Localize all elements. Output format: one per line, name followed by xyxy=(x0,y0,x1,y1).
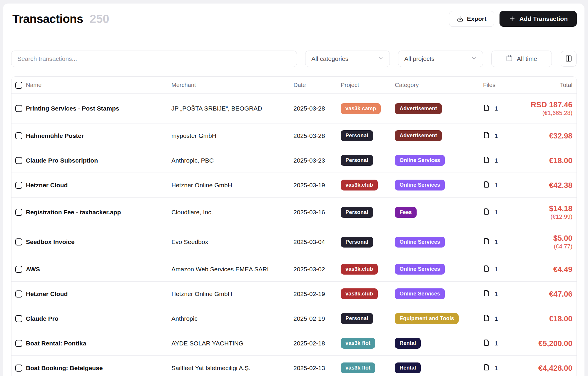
transaction-merchant: Anthropic xyxy=(171,315,293,322)
total-cell: €18.00 xyxy=(525,156,577,165)
column-header-merchant[interactable]: Merchant xyxy=(171,82,293,88)
row-checkbox-cell xyxy=(11,132,26,139)
category-cell: Advertisement xyxy=(395,103,483,114)
row-checkbox[interactable] xyxy=(15,182,22,189)
category-cell: Online Services xyxy=(395,288,483,299)
project-badge[interactable]: vas3k camp xyxy=(341,103,381,114)
select-all-checkbox[interactable] xyxy=(15,82,22,89)
table-row[interactable]: Seedbox InvoiceEvo Seedbox2025-03-04Pers… xyxy=(11,227,577,257)
category-badge[interactable]: Equipment and Tools xyxy=(395,313,459,324)
column-header-total[interactable]: Total xyxy=(525,82,577,88)
category-badge[interactable]: Online Services xyxy=(395,264,445,275)
export-button[interactable]: Export xyxy=(449,11,495,27)
transaction-merchant: AYDE SOLAR YACHTING xyxy=(171,340,293,347)
files-count: 1 xyxy=(495,315,498,322)
transaction-name: Boat Booking: Betelgeuse xyxy=(26,365,171,372)
files-cell: 1 xyxy=(483,315,525,323)
row-checkbox[interactable] xyxy=(15,315,22,322)
column-header-files[interactable]: Files xyxy=(483,82,525,88)
columns-toggle-button[interactable] xyxy=(561,51,577,67)
project-badge[interactable]: Personal xyxy=(341,155,373,166)
projects-select[interactable]: All projects xyxy=(398,51,483,67)
total-cell: €42.38 xyxy=(525,181,577,189)
files-count: 1 xyxy=(495,157,498,164)
table-row[interactable]: Hetzner CloudHetzner Online GmbH2025-03-… xyxy=(11,173,577,198)
row-checkbox[interactable] xyxy=(15,266,22,273)
row-checkbox[interactable] xyxy=(15,105,22,112)
files-cell: 1 xyxy=(483,132,525,140)
table-row[interactable]: Claude ProAnthropic2025-02-19PersonalEqu… xyxy=(11,306,577,331)
project-badge[interactable]: vas3k.club xyxy=(341,180,378,190)
total-cell: €47.06 xyxy=(525,290,577,298)
row-checkbox-cell xyxy=(11,209,26,216)
row-checkbox[interactable] xyxy=(15,157,22,164)
transactions-card: Transactions 250 Export Add Transaction xyxy=(3,4,584,376)
table-row[interactable]: Boat Rental: PontikaAYDE SOLAR YACHTING2… xyxy=(11,331,577,356)
project-cell: Personal xyxy=(341,237,395,248)
row-checkbox[interactable] xyxy=(15,132,22,139)
search-input[interactable] xyxy=(17,55,291,62)
total-cell: €32.98 xyxy=(525,132,577,140)
transactions-table: Name Merchant Date Project Category File… xyxy=(11,76,577,376)
project-badge[interactable]: vas3k.club xyxy=(341,288,378,299)
add-transaction-button[interactable]: Add Transaction xyxy=(500,11,577,27)
category-badge[interactable]: Advertisement xyxy=(395,130,442,141)
table-row[interactable]: Hetzner CloudHetzner Online GmbH2025-02-… xyxy=(11,282,577,306)
category-badge[interactable]: Online Services xyxy=(395,155,445,166)
transaction-merchant: Sailfleet Yat Isletmeciligi A.Ş. xyxy=(171,365,293,372)
column-header-name[interactable]: Name xyxy=(26,82,171,88)
transaction-name: Seedbox Invoice xyxy=(26,238,171,245)
file-icon xyxy=(483,104,490,113)
files-cell: 1 xyxy=(483,156,525,165)
transaction-name: AWS xyxy=(26,266,171,273)
project-badge[interactable]: vas3k flot xyxy=(341,338,375,349)
column-header-project[interactable]: Project xyxy=(341,82,395,88)
date-range-value: All time xyxy=(517,55,537,62)
category-badge[interactable]: Online Services xyxy=(395,180,445,190)
project-badge[interactable]: Personal xyxy=(341,130,373,141)
total-cell: €18.00 xyxy=(525,315,577,323)
column-header-category[interactable]: Category xyxy=(395,82,483,88)
table-row[interactable]: Boat Booking: BetelgeuseSailfleet Yat Is… xyxy=(11,356,577,376)
project-badge[interactable]: vas3k flot xyxy=(341,362,375,373)
project-badge[interactable]: Personal xyxy=(341,207,373,218)
table-row[interactable]: Registration Fee - taxhacker.appCloudfla… xyxy=(11,198,577,227)
row-checkbox[interactable] xyxy=(15,340,22,347)
project-cell: Personal xyxy=(341,207,395,218)
transactions-count: 250 xyxy=(90,12,109,26)
date-range-button[interactable]: All time xyxy=(491,51,552,67)
table-row[interactable]: AWSAmazon Web Services EMEA SARL2025-03-… xyxy=(11,257,577,282)
total-cell: €4.49 xyxy=(525,265,577,273)
transaction-merchant: JP „POŠTA SRBIJE“, BEOGRAD xyxy=(171,105,293,112)
row-checkbox-cell xyxy=(11,182,26,189)
project-badge[interactable]: Personal xyxy=(341,237,373,248)
row-checkbox[interactable] xyxy=(15,365,22,372)
category-badge[interactable]: Online Services xyxy=(395,237,445,248)
file-icon xyxy=(483,238,490,246)
project-cell: vas3k flot xyxy=(341,362,395,373)
categories-select[interactable]: All categories xyxy=(305,51,390,67)
category-badge[interactable]: Fees xyxy=(395,207,417,218)
table-row[interactable]: Printing Services - Post StampsJP „POŠTA… xyxy=(11,94,577,123)
row-checkbox[interactable] xyxy=(15,238,22,245)
total-amount: $14.18 xyxy=(525,204,572,213)
transaction-merchant: Cloudflare, Inc. xyxy=(171,209,293,216)
project-cell: vas3k flot xyxy=(341,338,395,349)
title-wrap: Transactions 250 xyxy=(12,12,109,26)
category-badge[interactable]: Online Services xyxy=(395,288,445,299)
row-checkbox[interactable] xyxy=(15,209,22,216)
transaction-date: 2025-03-04 xyxy=(293,238,341,245)
project-badge[interactable]: vas3k.club xyxy=(341,264,378,275)
table-row[interactable]: Claude Pro SubscriptionAnthropic, PBC202… xyxy=(11,148,577,173)
category-cell: Fees xyxy=(395,207,483,218)
category-badge[interactable]: Rental xyxy=(395,362,421,373)
category-badge[interactable]: Rental xyxy=(395,338,421,349)
row-checkbox[interactable] xyxy=(15,290,22,298)
category-badge[interactable]: Advertisement xyxy=(395,103,442,114)
column-header-date[interactable]: Date xyxy=(293,82,341,88)
total-cell: €4,428.00 xyxy=(525,364,577,372)
transaction-date: 2025-03-23 xyxy=(293,157,341,164)
project-badge[interactable]: Personal xyxy=(341,313,373,324)
table-row[interactable]: Hahnemühle Postermyposter GmbH2025-03-28… xyxy=(11,123,577,148)
files-cell: 1 xyxy=(483,208,525,216)
